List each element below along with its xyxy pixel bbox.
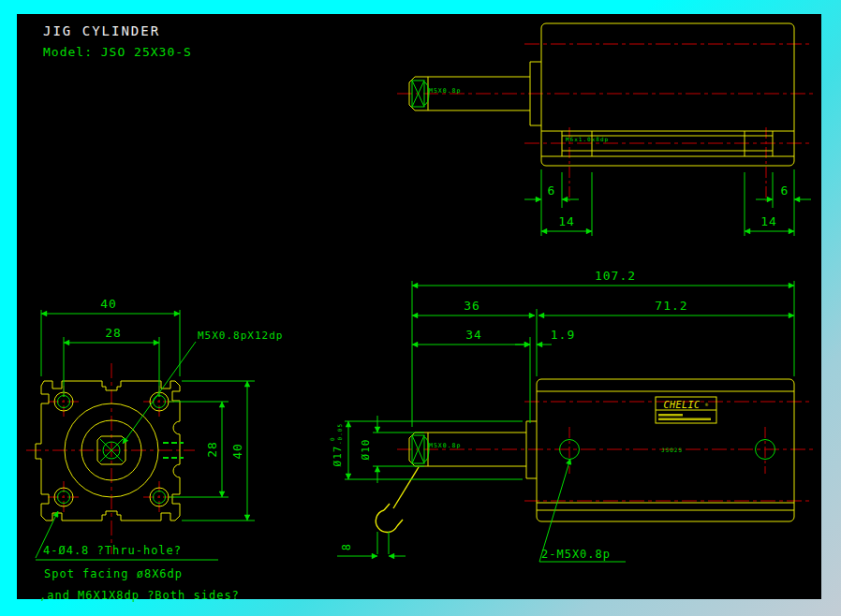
cylinder-body-outline [541, 23, 794, 166]
dia-17-tol-upper: 0 [329, 436, 335, 441]
dim-6-right: 6 [781, 183, 789, 198]
brand-small-print [658, 418, 711, 421]
dim-dia-17-group: Ø17 0 -0.05 [329, 423, 344, 467]
note-line-3: ,and M6X1X8dp ?Both sides? [39, 589, 240, 602]
wrench-symbol [376, 467, 419, 533]
side-view: M5X0.8p JSO25 CHELIC ® 107.2 36 71 [329, 269, 814, 562]
dim-dia-17: Ø17 [332, 446, 344, 467]
brand-small-print [658, 414, 683, 417]
rod-thread-label: M5X0.8p [429, 442, 461, 449]
dim-71-2: 71.2 [655, 299, 687, 313]
dimensions: 6 14 6 14 [524, 169, 811, 236]
dim-6-left: 6 [548, 183, 556, 198]
dim-28-top: 28 [105, 326, 122, 340]
dim-40-top: 40 [100, 297, 117, 311]
dim-34: 34 [465, 328, 482, 342]
rod-thread-label: M5X0.8p [429, 87, 461, 95]
title-block: JIG CYLINDER Model: JSO 25X30-S [43, 23, 192, 59]
top-side-view: M5X0.8p M6x1.0x8dp 6 14 6 14 [397, 23, 814, 236]
hole-notes: 4-Ø4.8 ?Thru-hole? Spot facing ø8X6dp ,a… [36, 511, 240, 602]
dim-28-right: 28 [205, 441, 219, 458]
center-thread-label: M5X0.8pX12dp [198, 330, 283, 342]
dim-107-2: 107.2 [595, 269, 636, 283]
dim-40-right: 40 [230, 443, 244, 460]
dim-8: 8 [340, 543, 353, 550]
cad-drawing: JIG CYLINDER Model: JSO 25X30-S M5X0.8p … [0, 0, 841, 616]
dimensions: 40 28 28 40 M5X0.8pX12dp [41, 297, 283, 521]
dim-14-right: 14 [760, 214, 777, 228]
note-line-2: Spot facing ø8X6dp [44, 567, 183, 580]
brand-name: CHELIC [663, 400, 700, 410]
dim-dia-10: Ø10 [360, 439, 372, 461]
dim-1-9: 1.9 [551, 328, 575, 342]
note-line-1: 4-Ø4.8 ?Thru-hole? [43, 544, 182, 557]
brand-label: CHELIC ® [656, 397, 716, 423]
dim-36: 36 [464, 299, 480, 313]
brand-reg-mark: ® [705, 402, 709, 407]
body-marking: JSO25 [661, 447, 683, 453]
dimensions: 107.2 36 71.2 34 1.9 Ø10 Ø17 0 -0.05 [329, 269, 794, 562]
mount-thread-label: M6x1.0x8dp [566, 136, 609, 143]
model-label: Model: JSO 25X30-S [43, 45, 192, 59]
port-label: 2-M5X0.8p [541, 548, 611, 561]
dim-14-left: 14 [558, 214, 575, 228]
dia-17-tol-lower: -0.05 [336, 423, 343, 445]
front-view: 40 28 28 40 M5X0.8pX12dp 4-Ø4.8 ?Thru-ho… [26, 297, 283, 602]
page-title: JIG CYLINDER [43, 23, 160, 38]
